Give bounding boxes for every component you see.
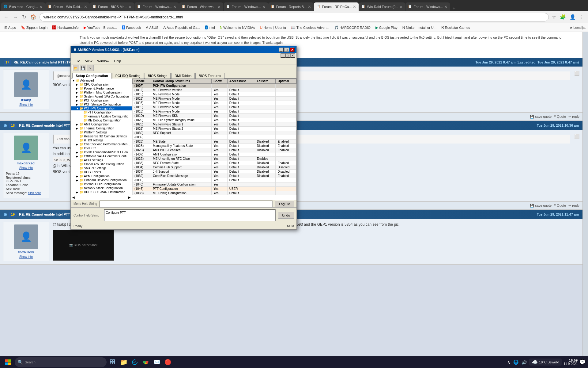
table-row[interactable]: (1033)NFC Feature StateYesDefaultDisable… (133, 161, 296, 165)
tree-power-perf[interactable]: ▶ 📁 Power & Performance (71, 86, 132, 90)
table-row[interactable]: (1015)ME Firmware ModeYesDefault (133, 105, 296, 109)
table-row[interactable]: (1020)ME File System Integrity ValueYesD… (133, 118, 296, 122)
tree-sa-config[interactable]: ▶ 📁 System Agent (SA) Configuration (71, 94, 132, 98)
post-17-save-quote[interactable]: 💾 save quote (530, 115, 552, 119)
tree-pch-fw[interactable]: ▼ 📂 PCH-FW Configuration (71, 106, 132, 110)
table-row[interactable]: (1023)ME Firmware Status 1YesDefault (133, 122, 296, 127)
table-row[interactable]: (101D)ME Firmware SKUYesDefault (133, 114, 296, 118)
table-row[interactable]: (103B)ME Debug ConfigurationYesDefault (133, 191, 296, 195)
tree-icc[interactable]: 📁 Intel ICC (71, 146, 132, 150)
tree-overclocking[interactable]: ▶ 📁 OverClocking Performance Men... (71, 142, 132, 146)
bookmark-rockstar[interactable]: R Rockstar Games (439, 25, 472, 30)
tab-close-7[interactable]: ✕ (353, 5, 356, 9)
tree-rtd3[interactable]: 📁 RTD3 settings (71, 138, 132, 142)
post-17-quote-btn[interactable]: ❝ Quote (554, 115, 566, 119)
tree-advanced[interactable]: ▼ 📁 Advanced (71, 79, 132, 82)
logfile-button[interactable]: LogFile (275, 201, 294, 207)
post-19-show-info[interactable]: Show info (6, 255, 46, 259)
tree-hdd-smart[interactable]: ▶ 📁 HDD/SSD SMART Information (71, 190, 132, 194)
tree-cpu-config[interactable]: ▶ 📁 CPU Configuration (71, 82, 132, 86)
tab-7[interactable]: 📋 Forum - RE:ReCa... ✕ (314, 2, 359, 11)
menu-button[interactable]: ⋮ (578, 13, 586, 21)
weather-area[interactable]: ☁️ 19°C Bewolkt (529, 358, 562, 366)
address-bar[interactable] (40, 13, 549, 21)
table-row[interactable]: (1034)Comms Hub SupportYesDefaultDisable… (133, 165, 296, 170)
taskbar-app-red[interactable]: 🔴 (163, 357, 173, 367)
tab-5[interactable]: 📋 Forum - Windows... ✕ (224, 2, 268, 11)
new-tab-button[interactable]: + (450, 6, 458, 11)
table-row[interactable]: (1039)Core Bios Done MessageYesDefaultDi… (133, 174, 296, 178)
table-row[interactable]: (1015)ME Firmware ModeYesDefault (133, 97, 296, 101)
table-row[interactable]: (1015)ME Firmware ModeYesDefault (133, 92, 296, 97)
tree-thermal[interactable]: ▶ 📁 Thermal Configuration (71, 126, 132, 130)
bookmark-ubuntu[interactable]: U Home | Ubuntu (258, 25, 288, 30)
tree-pch-storage[interactable]: ▶ 📁 PCH Storage Configuration (71, 102, 132, 106)
bookmark-youtube[interactable]: ▶ YouTube - Broadc... (82, 25, 119, 30)
tree-offboard-sata[interactable]: ▶ 📁 OffBoard SATA Controller Confi... (71, 154, 132, 158)
menu-window[interactable]: Window (95, 59, 111, 63)
menu-help-text-box[interactable] (100, 201, 273, 207)
post-19-username[interactable]: theWillow (6, 250, 46, 254)
refresh-button[interactable]: ↻ (21, 13, 27, 21)
taskbar-edge-browser[interactable] (130, 357, 140, 367)
tree-network[interactable]: 📁 Network Stack Configuration (71, 186, 132, 190)
bookmark-zippo[interactable]: 🔖 Zippo.nl Login (19, 25, 49, 30)
bookmark-apps[interactable]: ⊞ Apps (2, 25, 18, 30)
post-18-save-quote[interactable]: 💾 save quote (530, 204, 552, 208)
table-row[interactable]: (1030)NFC SupportYesDefault (133, 131, 296, 135)
page-scrollbar[interactable] (582, 32, 588, 368)
bookmark-facebook[interactable]: f Facebook (120, 25, 143, 30)
tree-apm[interactable]: ▶ 📁 APM Configuration (71, 174, 132, 178)
tree-me-debug[interactable]: 📁 ME Debug Configuration (71, 118, 132, 122)
post-18-collapse[interactable]: ⬜ (574, 134, 579, 139)
more-bookmarks[interactable]: » (570, 25, 572, 30)
inner-restore[interactable]: □ (285, 53, 290, 58)
bookmark-star-button[interactable]: ☆ (551, 13, 557, 21)
tab-close-1[interactable]: ✕ (84, 5, 87, 9)
tree-acpi[interactable]: 📁 ACPI Settings (71, 158, 132, 162)
tab-bios-strings[interactable]: BIOS Strings (145, 73, 171, 79)
tab-dmi-tables[interactable]: DMI Tables (171, 73, 195, 79)
inner-close[interactable]: ✕ (290, 53, 295, 58)
tree-amt[interactable]: ▶ 📁 AMT Configuration (71, 122, 132, 126)
tab-8[interactable]: 📋 Win-Raid Forum (0... ✕ (359, 2, 405, 11)
bookmark-asus[interactable]: A ASUS (144, 25, 160, 30)
taskbar-chrome[interactable] (141, 357, 151, 367)
tree-scroll-left[interactable]: ◀ (72, 196, 75, 199)
bookmark-clueless[interactable]: 📖 The Clueless Adven... (289, 25, 331, 30)
tab-bios-features[interactable]: BIOS Features (195, 73, 224, 79)
bookmark-google-play[interactable]: ▶ Google Play (374, 25, 399, 30)
notification-icon[interactable]: 💬 (579, 359, 586, 365)
taskbar-search-bar[interactable]: 🔍 Search (15, 357, 107, 367)
post-17-show-info[interactable]: Show info (6, 103, 46, 106)
table-row[interactable]: (1015)ME Firmware ModeYesDefault (133, 101, 296, 105)
tree-global-acoustic[interactable]: 📁 Global Acoustic Configuration (71, 162, 132, 166)
toolbar-open[interactable]: 📂 (72, 65, 79, 71)
tab-close-6[interactable]: ✕ (308, 5, 311, 9)
maximize-button[interactable]: □ (284, 48, 289, 52)
back-button[interactable]: ← (2, 13, 10, 21)
table-row[interactable]: (1407)AMT ConfigurationYesDefault (133, 152, 296, 157)
taskbar-file-explorer[interactable]: 📁 (119, 357, 129, 367)
table-row[interactable]: (102B)Manageability Features StateYesDef… (133, 144, 296, 148)
tree-smart[interactable]: 📁 SMART Settings (71, 166, 132, 170)
table-row[interactable]: (1046)PTT ConfigurationYesUSER (133, 187, 296, 191)
post-18-show-info[interactable]: Show info (6, 166, 46, 170)
tree-fw-update[interactable]: 📁 Firmware Update Configuratic (71, 114, 132, 118)
tree-internal-gop[interactable]: 📁 Internal GOP Configuration (71, 182, 132, 186)
bookmark-nvidia[interactable]: N Welcome to NVIDIAs (218, 25, 257, 30)
tab-close-4[interactable]: ✕ (217, 5, 221, 9)
tab-close-5[interactable]: ✕ (262, 5, 266, 9)
table-row[interactable]: (102C)AMT BIOS FeaturesYesDefaultDisable… (133, 148, 296, 152)
tree-platform-misc[interactable]: ▶ 📁 Platform Misc Configuration (71, 90, 132, 94)
tab-9[interactable]: 📋 Forum - Windows... ✕ (405, 2, 450, 11)
post-17-reply-btn[interactable]: ↩ reply (568, 115, 579, 119)
bookmark-hardware[interactable]: H Hardware.Info (51, 25, 80, 30)
tab-4[interactable]: 📋 Forum - Windows... ✕ (179, 2, 223, 11)
tree-thunderbolt[interactable]: ▶ 📁 Intel® Thunderbolt/USB 3.1 Con... (71, 150, 132, 154)
tab-3[interactable]: 📋 Forum - Windows... ✕ (134, 2, 179, 11)
table-row[interactable]: (000F)YesDefault (133, 178, 296, 182)
taskbar-mail[interactable]: ✉️ (152, 357, 162, 367)
profile-button[interactable]: 👤 (568, 13, 577, 21)
control-help-text-area[interactable]: Configure PTT (104, 209, 275, 221)
